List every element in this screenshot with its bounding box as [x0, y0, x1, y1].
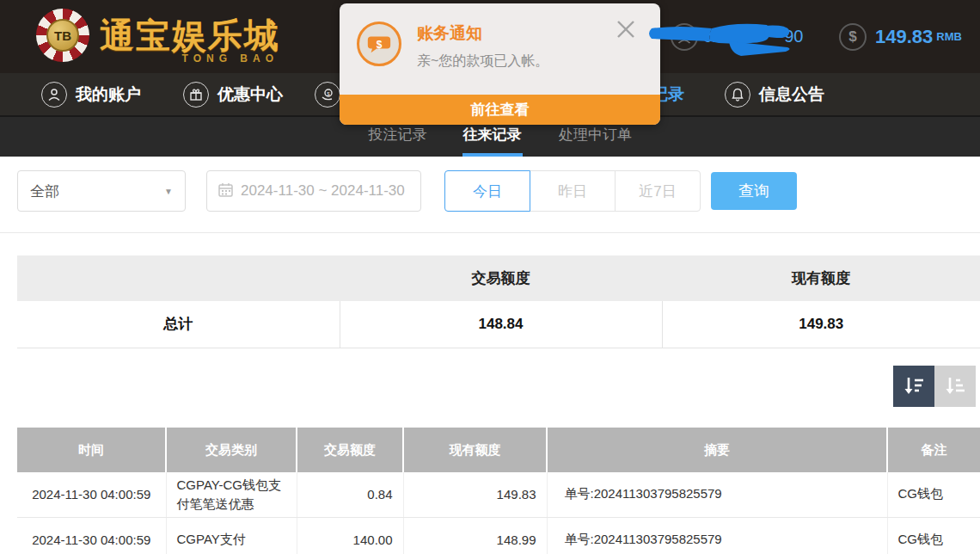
- deposit-icon: $: [315, 82, 340, 108]
- poker-chip-icon: TB: [36, 9, 89, 62]
- cell-time: 2024-11-30 04:00:59: [17, 517, 166, 554]
- notification-title: 账务通知: [417, 22, 482, 45]
- summary-header-balance: 现有额度: [662, 255, 980, 301]
- summary-total-row: 总计 148.84 149.83: [17, 301, 980, 348]
- wallet-balance[interactable]: $ 149.83 RMB: [839, 0, 962, 73]
- summary-header-empty: [17, 255, 340, 301]
- table-row: 2024-11-30 04:00:59 CGPAY支付 140.00 148.9…: [17, 517, 980, 554]
- dollar-icon: $: [839, 23, 867, 51]
- balance-amount: 149.83: [875, 26, 933, 48]
- table-header-row: 时间 交易类别 交易额度 现有额度 摘要 备注: [17, 428, 980, 472]
- type-select[interactable]: 全部 ▼: [17, 170, 186, 212]
- date-range-value: 2024-11-30 ~ 2024-11-30: [241, 182, 405, 200]
- user-avatar-icon: [671, 23, 698, 51]
- transaction-records-page: TB 通宝娱乐城 TONG BAO che 90 $ 149.83 RMB 我: [0, 0, 980, 554]
- cell-summary: 单号:202411303795825579: [547, 472, 887, 517]
- user-icon: [41, 82, 67, 108]
- sort-ascending-button[interactable]: [934, 366, 976, 407]
- col-header-amount: 交易额度: [297, 428, 403, 472]
- svg-text:$: $: [327, 90, 330, 95]
- cell-amount: 0.84: [297, 472, 403, 517]
- username-prefix: che: [703, 27, 731, 46]
- chevron-down-icon: ▼: [164, 187, 173, 196]
- date-range-input[interactable]: 2024-11-30 ~ 2024-11-30: [206, 170, 421, 212]
- summary-table: 交易额度 现有额度 总计 148.84 149.83: [17, 255, 980, 348]
- sort-ascending-icon: [943, 374, 967, 398]
- calendar-icon: [217, 182, 234, 201]
- close-icon[interactable]: [614, 17, 638, 41]
- table-row: 2024-11-30 04:00:59 CGPAY-CG钱包支付笔笔送优惠 0.…: [17, 472, 980, 517]
- user-account[interactable]: che 90: [671, 0, 804, 73]
- cell-note: CG钱包: [887, 517, 980, 554]
- logo-title: 通宝娱乐城: [100, 16, 280, 54]
- cell-note: CG钱包: [887, 472, 980, 517]
- col-header-type: 交易类别: [166, 428, 297, 472]
- username-suffix: 90: [784, 27, 803, 46]
- type-select-value: 全部: [30, 182, 59, 201]
- sort-descending-icon: [902, 374, 926, 398]
- bell-icon: [725, 82, 750, 108]
- site-logo[interactable]: TB 通宝娱乐城 TONG BAO: [36, 9, 280, 62]
- nav-item-announcements[interactable]: 信息公告: [725, 73, 824, 115]
- quick-range-today[interactable]: 今日: [444, 170, 530, 212]
- balance-currency: RMB: [936, 30, 962, 43]
- transactions-table: 时间 交易类别 交易额度 现有额度 摘要 备注 2024-11-30 04:00…: [17, 428, 980, 554]
- svg-text:$: $: [377, 39, 383, 51]
- section-divider: [0, 232, 980, 233]
- gift-icon: [183, 82, 209, 108]
- cell-balance: 149.83: [403, 472, 547, 517]
- sort-descending-button[interactable]: [893, 366, 934, 407]
- cell-time: 2024-11-30 04:00:59: [17, 472, 166, 517]
- go-view-button[interactable]: 前往查看: [340, 95, 660, 125]
- cell-amount: 140.00: [297, 517, 403, 554]
- summary-total-trade: 148.84: [340, 301, 662, 348]
- cell-summary: 单号:202411303795825579: [547, 517, 887, 554]
- quick-range-yesterday[interactable]: 昨日: [530, 170, 616, 212]
- cell-balance: 148.99: [403, 517, 547, 554]
- col-header-note: 备注: [887, 428, 980, 472]
- cell-type: CGPAY-CG钱包支付笔笔送优惠: [166, 472, 297, 517]
- cell-type: CGPAY支付: [166, 517, 297, 554]
- summary-total-balance: 149.83: [662, 301, 980, 348]
- account-notification-popup: $ 账务通知 亲~您的款项已入帐。 前往查看: [340, 3, 660, 125]
- logo-subtitle: TONG BAO: [182, 52, 279, 65]
- summary-header-trade: 交易额度: [340, 255, 662, 301]
- summary-total-label: 总计: [17, 301, 340, 348]
- notification-message: 亲~您的款项已入帐。: [417, 52, 548, 71]
- col-header-summary: 摘要: [547, 428, 887, 472]
- nav-item-promotions[interactable]: 优惠中心: [183, 73, 283, 115]
- nav-item-my-account[interactable]: 我的账户: [41, 73, 141, 115]
- col-header-balance: 现有额度: [403, 428, 547, 472]
- query-button[interactable]: 查询: [711, 172, 797, 210]
- quick-range-7days[interactable]: 近7日: [615, 170, 701, 212]
- money-message-icon: $: [357, 22, 401, 66]
- col-header-time: 时间: [17, 428, 166, 472]
- chip-monogram: TB: [46, 19, 79, 52]
